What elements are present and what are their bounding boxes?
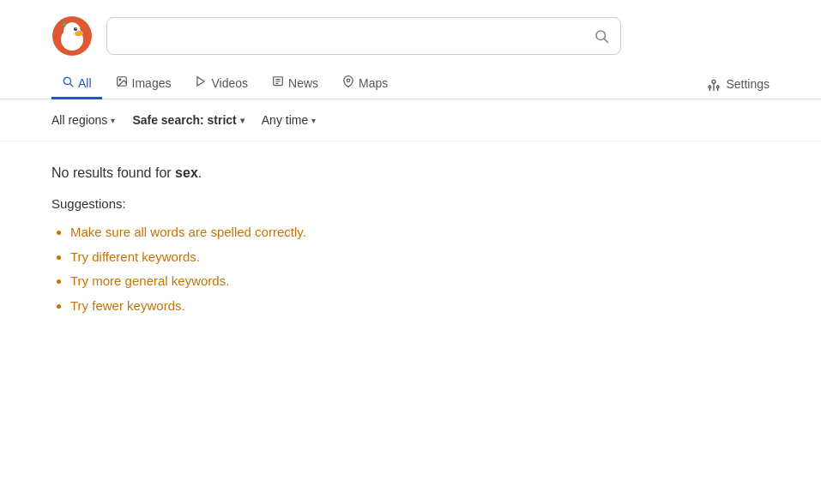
- videos-icon: [195, 75, 207, 90]
- tab-news-label: News: [288, 76, 318, 90]
- filter-bar: All regions ▾ Safe search: strict ▾ Any …: [0, 99, 821, 141]
- svg-point-2: [63, 22, 81, 39]
- safe-search-filter[interactable]: Safe search: strict ▾: [132, 110, 244, 130]
- suggestions-list: Make sure all words are spelled correctl…: [51, 223, 770, 315]
- all-icon: [62, 75, 74, 90]
- settings-label: Settings: [726, 77, 770, 91]
- region-chevron: ▾: [111, 116, 115, 125]
- maps-icon: [342, 75, 354, 90]
- svg-line-9: [70, 84, 73, 87]
- tab-all-label: All: [78, 76, 92, 90]
- nav-tabs: All Images Videos: [51, 69, 707, 99]
- region-filter-label: All regions: [51, 113, 107, 127]
- nav-bar: All Images Videos: [0, 62, 821, 99]
- svg-marker-12: [197, 77, 204, 87]
- svg-point-11: [119, 79, 121, 81]
- svg-line-7: [604, 39, 607, 42]
- settings-icon: [707, 77, 721, 91]
- search-button[interactable]: [590, 25, 613, 47]
- search-input[interactable]: sex: [106, 17, 621, 55]
- tab-news[interactable]: News: [262, 69, 329, 99]
- tab-images[interactable]: Images: [106, 69, 182, 99]
- search-bar-wrapper: sex: [106, 17, 621, 55]
- tab-maps[interactable]: Maps: [332, 69, 398, 99]
- svg-point-16: [347, 79, 350, 82]
- header: sex: [0, 0, 821, 57]
- suggestion-item: Try fewer keywords.: [70, 297, 770, 316]
- results-area: No results found for sex. Suggestions: M…: [0, 141, 821, 345]
- tab-images-label: Images: [132, 76, 172, 90]
- news-icon: [272, 75, 284, 90]
- safe-search-label: Safe search: strict: [132, 113, 236, 127]
- time-filter[interactable]: Any time ▾: [262, 110, 316, 130]
- suggestion-item: Try different keywords.: [70, 248, 770, 267]
- settings-btn[interactable]: Settings: [707, 77, 770, 91]
- safe-search-chevron: ▾: [240, 116, 244, 125]
- no-results-prefix: No results found for: [51, 165, 175, 180]
- images-icon: [116, 75, 128, 90]
- time-chevron: ▾: [311, 116, 316, 125]
- time-filter-label: Any time: [262, 113, 308, 127]
- tab-videos[interactable]: Videos: [184, 69, 258, 99]
- no-results-suffix: .: [198, 165, 202, 180]
- no-results-message: No results found for sex.: [51, 165, 770, 181]
- tab-videos-label: Videos: [211, 76, 248, 90]
- svg-point-5: [75, 28, 76, 29]
- suggestion-item: Try more general keywords.: [70, 272, 770, 291]
- no-results-query: sex: [175, 165, 198, 180]
- suggestions-heading: Suggestions:: [51, 196, 770, 211]
- suggestion-item: Make sure all words are spelled correctl…: [70, 223, 770, 243]
- ddg-logo: [51, 15, 93, 57]
- tab-maps-label: Maps: [359, 76, 388, 90]
- svg-point-4: [74, 27, 77, 31]
- region-filter[interactable]: All regions ▾: [51, 110, 115, 130]
- tab-all[interactable]: All: [51, 69, 102, 99]
